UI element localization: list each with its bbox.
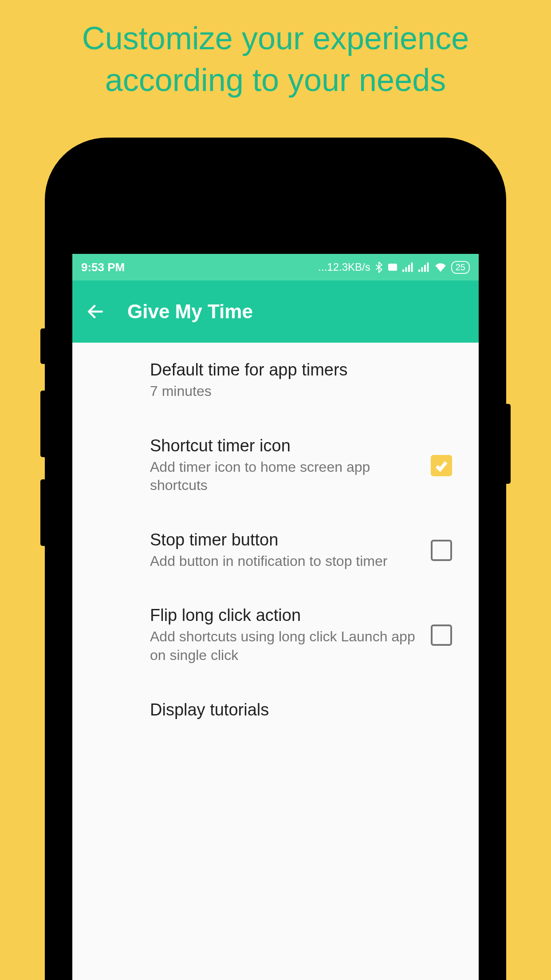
svg-rect-3 [408,265,410,272]
checkbox-flip-click[interactable] [431,624,452,646]
status-bar: 9:53 PM ...12.3KB/s [72,254,479,281]
status-time: 9:53 PM [81,261,125,274]
phone-screen: 9:53 PM ...12.3KB/s [72,254,479,980]
app-bar: Give My Time [72,281,479,343]
settings-list: Default time for app timers 7 minutes Sh… [72,343,479,740]
setting-title: Display tutorials [150,700,461,719]
setting-display-tutorials[interactable]: Display tutorials [72,683,479,740]
svg-rect-1 [402,269,404,272]
setting-flip-click[interactable]: Flip long click action Add shortcuts usi… [72,588,479,682]
bluetooth-icon [375,261,383,273]
checkbox-shortcut-icon[interactable] [431,455,452,476]
volte-icon [387,262,398,273]
svg-rect-6 [421,267,423,272]
setting-subtitle: 7 minutes [150,382,461,401]
phone-power-button [506,404,511,484]
svg-rect-4 [411,263,413,272]
signal-icon-1 [402,262,414,272]
checkbox-stop-button[interactable] [431,540,452,561]
promo-line-2: according to your needs [105,62,446,98]
svg-rect-0 [388,264,397,271]
setting-title: Default time for app timers [150,360,461,379]
promo-headline: Customize your experience according to y… [0,0,551,101]
svg-rect-2 [405,267,407,272]
app-title: Give My Time [127,300,253,323]
wifi-icon [434,262,447,272]
signal-icon-2 [418,262,430,272]
phone-volume-up [40,391,45,457]
data-rate: ...12.3KB/s [318,261,370,273]
setting-stop-button[interactable]: Stop timer button Add button in notifica… [72,513,479,589]
setting-title: Shortcut timer icon [150,436,417,455]
setting-shortcut-icon[interactable]: Shortcut timer icon Add timer icon to ho… [72,419,479,513]
status-icons: ...12.3KB/s [318,261,470,274]
svg-rect-7 [424,265,426,272]
svg-rect-8 [427,263,429,272]
setting-subtitle: Add shortcuts using long click Launch ap… [150,628,417,664]
phone-frame: 9:53 PM ...12.3KB/s [45,138,506,980]
phone-volume-down [40,479,45,546]
phone-side-button [40,328,45,364]
battery-indicator: 25 [451,261,470,274]
setting-default-timer[interactable]: Default time for app timers 7 minutes [72,343,479,419]
setting-title: Flip long click action [150,606,417,625]
promo-line-1: Customize your experience [82,20,469,56]
back-button[interactable] [86,302,105,321]
svg-rect-5 [418,269,420,272]
setting-subtitle: Add button in notification to stop timer [150,552,417,571]
setting-title: Stop timer button [150,530,417,549]
setting-subtitle: Add timer icon to home screen app shortc… [150,458,417,495]
